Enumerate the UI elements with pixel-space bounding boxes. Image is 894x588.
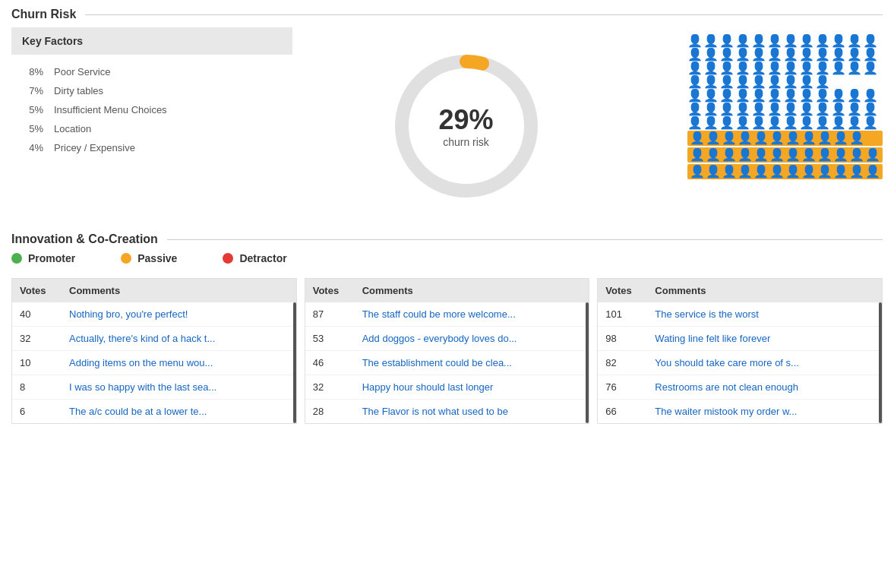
passive-table-body: 87 The staff could be more welcome... 53… [305,302,589,423]
comment-text[interactable]: The waiter mistook my order w... [655,406,874,417]
section2-title: Innovation & Co-Creation [11,232,883,246]
comment-text[interactable]: Nothing bro, you're perfect! [69,308,289,320]
people-row: 👤👤👤👤👤👤👤👤👤👤👤👤 [687,62,883,74]
comment-text[interactable]: You should take care more of s... [655,357,874,368]
vote-count: 66 [605,406,655,417]
people-row: 👤👤👤👤👤👤👤👤👤👤👤👤 [687,103,883,115]
votes-header: Votes [313,285,362,296]
vote-count: 40 [20,308,69,320]
comments-header: Comments [69,285,289,296]
list-item: 5% Insufficient Menu Choices [22,100,282,119]
table-row: 87 The staff could be more welcome... [305,302,589,327]
scrollbar[interactable] [879,302,882,423]
table-row: 6 The a/c could be at a lower te... [12,400,296,423]
votes-header: Votes [20,285,69,296]
vote-count: 87 [313,308,362,320]
comment-text[interactable]: I was so happy with the last sea... [69,381,289,393]
people-row: 👤👤👤👤👤👤👤👤👤👤👤👤 [687,90,883,102]
key-factors-header: Key Factors [11,27,292,55]
table-row: 10 Adding items on the menu wou... [12,351,296,375]
promoter-label: Promoter [28,252,75,264]
comment-text[interactable]: Wating line felt like forever [655,333,874,344]
passive-table-header: Votes Comments [305,279,589,302]
factor-label: Pricey / Expensive [54,142,135,153]
promoter-dot [11,253,22,264]
comment-text[interactable]: The service is the worst [655,308,874,320]
factor-pct: 7% [22,85,43,96]
donut-label: 29% churn risk [438,104,493,148]
passive-label: Passive [137,252,177,264]
legend-promoter: Promoter [11,252,75,264]
tables-row: Votes Comments 40 Nothing bro, you're pe… [11,278,883,424]
table-row: 8 I was so happy with the last sea... [12,375,296,400]
factor-pct: 5% [22,123,43,134]
detractor-label: Detractor [239,252,286,264]
comment-text[interactable]: The Flavor is not what used to be [362,406,582,417]
table-row: 40 Nothing bro, you're perfect! [12,302,296,327]
comment-text[interactable]: The staff could be more welcome... [362,308,582,320]
detractor-table: Votes Comments 101 The service is the wo… [597,278,883,424]
factor-label: Dirty tables [54,85,103,96]
comments-header: Comments [655,285,874,296]
factor-label: Insufficient Menu Choices [54,104,167,115]
donut-chart: 29% churn risk [308,27,624,210]
comment-text[interactable]: Actually, there's kind of a hack t... [69,333,289,344]
promoter-table-header: Votes Comments [12,279,296,302]
comment-text[interactable]: Adding items on the menu wou... [69,357,289,368]
comment-text[interactable]: Add doggos - everybody loves do... [362,333,582,344]
vote-count: 101 [605,308,655,320]
factor-pct: 5% [22,104,43,115]
detractor-table-body: 101 The service is the worst 98 Wating l… [598,302,882,423]
people-row: 👤👤👤👤👤👤👤👤👤👤👤👤 [687,117,883,129]
factor-pct: 4% [22,142,43,153]
people-row-highlight: 👤👤👤👤👤👤👤👤👤👤👤👤 [687,147,883,163]
comment-text[interactable]: The a/c could be at a lower te... [69,406,289,417]
comments-header: Comments [362,285,582,296]
vote-count: 76 [605,381,655,393]
page-title: Churn Risk [11,8,883,21]
people-row: 👤👤👤👤👤👤👤👤👤👤👤👤 [687,49,883,61]
list-item: 5% Location [22,119,282,138]
table-row: 82 You should take care more of s... [598,351,882,375]
people-row-highlight: 👤👤👤👤👤👤👤👤👤👤👤 [687,131,883,146]
vote-count: 10 [20,357,69,368]
table-row: 46 The establishment could be clea... [305,351,589,375]
table-row: 32 Actually, there's kind of a hack t... [12,327,296,351]
people-grid: 👤👤👤👤👤👤👤👤👤👤👤👤 👤👤👤👤👤👤👤👤👤👤👤👤 👤👤👤👤👤👤👤👤👤👤👤👤 👤… [640,27,883,179]
promoter-table-body: 40 Nothing bro, you're perfect! 32 Actua… [12,302,296,423]
list-item: 7% Dirty tables [22,81,282,100]
comment-text[interactable]: Restrooms are not clean enough [655,381,874,393]
key-factors-list: 8% Poor Service 7% Dirty tables 5% Insuf… [11,62,292,157]
table-row: 66 The waiter mistook my order w... [598,400,882,423]
donut-percentage: 29% [438,104,493,136]
vote-count: 28 [313,406,362,417]
scrollbar[interactable] [293,302,296,423]
comment-text[interactable]: The establishment could be clea... [362,357,582,368]
legend-detractor: Detractor [223,252,286,264]
legend-row: Promoter Passive Detractor [11,252,883,264]
factor-label: Location [54,123,91,134]
promoter-table: Votes Comments 40 Nothing bro, you're pe… [11,278,297,424]
list-item: 4% Pricey / Expensive [22,138,282,157]
people-row: 👤👤👤👤👤👤👤👤👤 [687,76,883,88]
innovation-section: Innovation & Co-Creation Promoter Passiv… [11,232,883,424]
scrollbar[interactable] [586,302,589,423]
list-item: 8% Poor Service [22,62,282,81]
table-row: 53 Add doggos - everybody loves do... [305,327,589,351]
factor-label: Poor Service [54,66,110,77]
factor-pct: 8% [22,66,43,77]
vote-count: 8 [20,381,69,393]
donut-text: churn risk [438,136,493,148]
vote-count: 6 [20,406,69,417]
table-row: 98 Wating line felt like forever [598,327,882,351]
table-row: 101 The service is the worst [598,302,882,327]
passive-dot [121,253,131,264]
detractor-dot [223,253,233,264]
key-factors-panel: Key Factors 8% Poor Service 7% Dirty tab… [11,27,292,157]
vote-count: 53 [313,333,362,344]
comment-text[interactable]: Happy hour should last longer [362,381,582,393]
votes-header: Votes [605,285,655,296]
people-row: 👤👤👤👤👤👤👤👤👤👤👤👤 [687,35,883,47]
passive-table: Votes Comments 87 The staff could be mor… [305,278,590,424]
vote-count: 32 [20,333,69,344]
